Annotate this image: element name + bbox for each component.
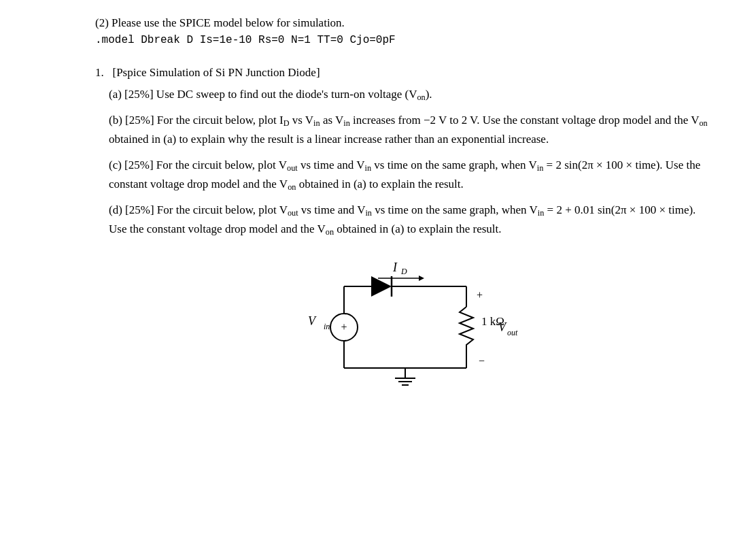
- question-title: 1. [Pspice Simulation of Si PN Junction …: [95, 66, 715, 80]
- vin-sub: in: [324, 322, 330, 331]
- id-arrow-head: [419, 276, 424, 281]
- part-a-text: (a) [25%] Use DC sweep to find out the d…: [109, 88, 432, 101]
- spice-header: (2) Please use the SPICE model below for…: [95, 14, 715, 50]
- header-line1: (2) Please use the SPICE model below for…: [95, 14, 715, 32]
- id-label: I: [392, 261, 398, 274]
- question-number: 1.: [95, 66, 104, 79]
- resistor-symbol: [460, 307, 473, 348]
- circuit-svg: I D: [290, 259, 521, 395]
- part-b-text: (b) [25%] For the circuit below, plot ID…: [109, 114, 708, 146]
- circuit-diagram: I D: [95, 259, 715, 395]
- question-title-text: [Pspice Simulation of Si PN Junction Dio…: [113, 66, 320, 79]
- diode-triangle: [371, 276, 392, 297]
- main-content: 1. [Pspice Simulation of Si PN Junction …: [95, 66, 715, 395]
- parts-container: (a) [25%] Use DC sweep to find out the d…: [109, 85, 715, 239]
- part-d: (d) [25%] For the circuit below, plot Vo…: [109, 201, 715, 239]
- part-b: (b) [25%] For the circuit below, plot ID…: [109, 111, 715, 149]
- part-c: (c) [25%] For the circuit below, plot Vo…: [109, 156, 715, 194]
- vout-sub: out: [507, 328, 518, 337]
- vout-label: V: [498, 320, 507, 334]
- part-c-text: (c) [25%] For the circuit below, plot Vo…: [109, 158, 700, 190]
- vsource-plus: +: [341, 321, 347, 333]
- part-d-text: (d) [25%] For the circuit below, plot Vo…: [109, 203, 695, 235]
- vin-label: V: [308, 314, 317, 328]
- header-line2: .model Dbreak D Is=1e-10 Rs=0 N=1 TT=0 C…: [95, 32, 715, 50]
- part-a: (a) [25%] Use DC sweep to find out the d…: [109, 85, 715, 104]
- vout-plus-sign: +: [477, 289, 483, 301]
- id-sub: D: [400, 267, 407, 276]
- vout-minus-sign: −: [479, 355, 485, 367]
